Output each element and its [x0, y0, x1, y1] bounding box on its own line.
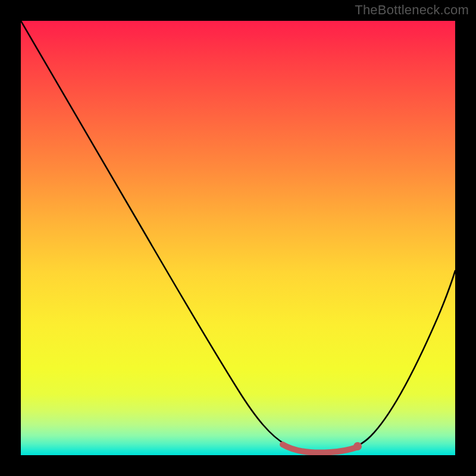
flat-segment — [283, 444, 356, 453]
bottleneck-curve — [21, 21, 455, 452]
chart-frame: TheBottleneck.com — [0, 0, 476, 476]
trough-marker — [353, 442, 362, 450]
curve-layer — [21, 21, 455, 455]
watermark-label: TheBottleneck.com — [355, 2, 469, 18]
plot-area — [21, 21, 455, 455]
